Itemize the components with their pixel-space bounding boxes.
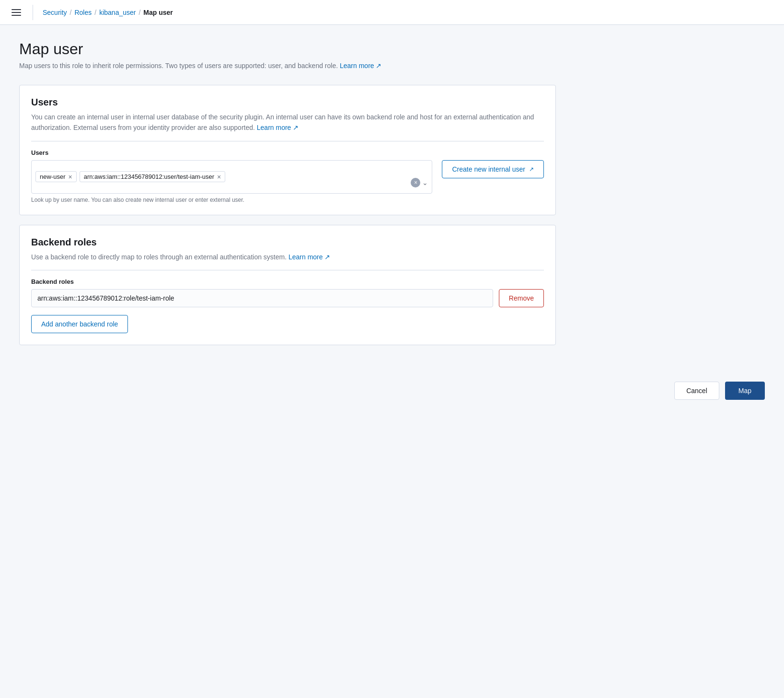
- backend-ext-icon: ↗: [324, 253, 330, 261]
- input-controls: × ⌄: [411, 178, 428, 189]
- backend-roles-card: Backend roles Use a backend role to dire…: [19, 225, 556, 345]
- top-bar: Security / Roles / kibana_user / Map use…: [0, 0, 784, 25]
- map-button[interactable]: Map: [725, 382, 765, 400]
- backend-roles-field-label: Backend roles: [31, 278, 544, 285]
- backend-roles-card-description: Use a backend role to directly map to ro…: [31, 252, 544, 262]
- breadcrumb-sep-2: /: [94, 9, 96, 16]
- users-card-description: You can create an internal user in inter…: [31, 112, 544, 133]
- clear-all-button[interactable]: ×: [411, 178, 420, 187]
- backend-roles-learn-more-link[interactable]: Learn more ↗: [288, 253, 330, 261]
- create-internal-user-button[interactable]: Create new internal user ↗: [442, 160, 544, 178]
- breadcrumb-map-user: Map user: [143, 9, 173, 16]
- users-card-title: Users: [31, 97, 544, 108]
- users-field-label: Users: [31, 149, 544, 156]
- dropdown-arrow-icon[interactable]: ⌄: [422, 179, 428, 186]
- users-input-hint: Look up by user name. You can also creat…: [31, 197, 544, 203]
- backend-roles-divider: [31, 270, 544, 270]
- page-footer: Cancel Map: [0, 370, 784, 411]
- user-tag-new-user: new-user ×: [35, 171, 77, 182]
- hamburger-menu[interactable]: [10, 7, 23, 18]
- add-another-backend-role-button[interactable]: Add another backend role: [31, 315, 128, 333]
- external-link-icon: ↗: [376, 62, 381, 70]
- breadcrumb-security[interactable]: Security: [43, 9, 67, 16]
- breadcrumb: Security / Roles / kibana_user / Map use…: [43, 9, 173, 16]
- main-content: Map user Map users to this role to inher…: [0, 25, 575, 370]
- user-tag-arn-label: arn:aws:iam::123456789012:user/test-iam-…: [84, 173, 214, 180]
- create-user-btn-label: Create new internal user: [452, 165, 525, 173]
- backend-role-input[interactable]: [31, 289, 493, 307]
- users-card: Users You can create an internal user in…: [19, 85, 556, 215]
- users-input-area[interactable]: new-user × arn:aws:iam::123456789012:use…: [31, 160, 432, 194]
- breadcrumb-sep-1: /: [70, 9, 72, 16]
- users-card-divider: [31, 141, 544, 141]
- create-user-ext-icon: ↗: [529, 166, 534, 173]
- remove-backend-role-button[interactable]: Remove: [499, 289, 544, 307]
- user-tag-close-new-user[interactable]: ×: [68, 174, 72, 180]
- user-tag-close-arn[interactable]: ×: [217, 174, 221, 180]
- users-ext-icon: ↗: [293, 124, 299, 131]
- breadcrumb-kibana-user[interactable]: kibana_user: [99, 9, 136, 16]
- users-row: new-user × arn:aws:iam::123456789012:use…: [31, 160, 544, 194]
- users-learn-more-link[interactable]: Learn more ↗: [257, 124, 299, 131]
- breadcrumb-sep-3: /: [138, 9, 140, 16]
- cancel-button[interactable]: Cancel: [674, 382, 719, 400]
- page-subtitle: Map users to this role to inherit role p…: [19, 62, 556, 70]
- page-subtitle-link[interactable]: Learn more ↗: [340, 62, 381, 70]
- backend-roles-card-title: Backend roles: [31, 237, 544, 248]
- user-tag-label: new-user: [40, 173, 65, 180]
- page-title: Map user: [19, 40, 556, 58]
- page-subtitle-text: Map users to this role to inherit role p…: [19, 62, 338, 70]
- backend-role-row: Remove: [31, 289, 544, 307]
- breadcrumb-roles[interactable]: Roles: [74, 9, 92, 16]
- user-tag-arn: arn:aws:iam::123456789012:user/test-iam-…: [80, 171, 226, 182]
